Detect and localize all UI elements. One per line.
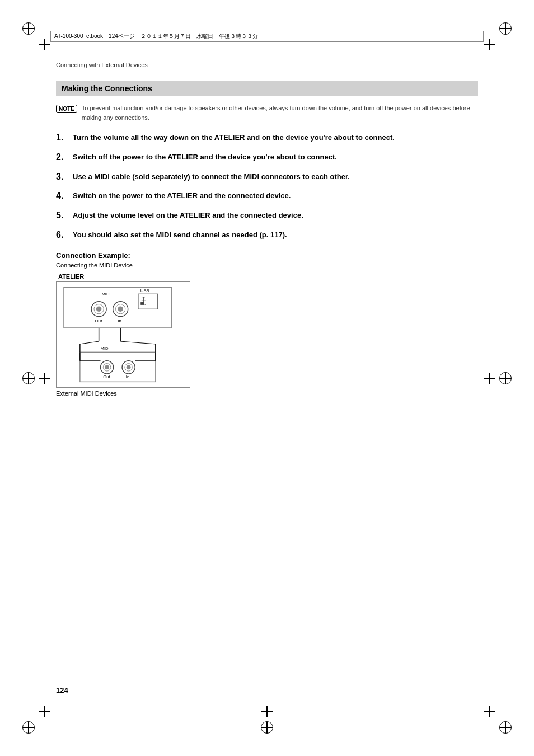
cross-bm (261, 706, 273, 717)
svg-text:MIDI: MIDI (101, 345, 110, 350)
svg-point-27 (127, 365, 131, 369)
reg-mark-rm (499, 372, 512, 384)
content-area: Connecting with External Devices Making … (56, 62, 478, 694)
cross-lm (39, 373, 50, 384)
step-6: 6. You should also set the MIDI send cha… (56, 229, 478, 241)
cross-br (484, 706, 495, 717)
step-3-number: 3. (56, 171, 73, 183)
cross-rm (484, 373, 495, 384)
connection-example-subtitle: Connecting the MIDI Device (56, 262, 478, 269)
step-4: 4. Switch on the power to the ATELIER an… (56, 190, 478, 202)
note-badge: NOTE (56, 105, 77, 113)
svg-line-31 (120, 341, 156, 344)
file-info-bar: AT-100-300_e.book 124ページ ２０１１年５月７日 水曜日 午… (50, 31, 484, 42)
step-6-text: You should also set the MIDI send channe… (73, 229, 287, 241)
svg-text:In: In (126, 374, 129, 379)
step-6-number: 6. (56, 229, 73, 241)
svg-text:In: In (118, 318, 121, 323)
reg-mark-br (499, 721, 512, 734)
step-1-text: Turn the volume all the way down on the … (73, 132, 395, 143)
svg-text:MIDI: MIDI (101, 292, 110, 297)
step-4-text: Switch on the power to the ATELIER and t… (73, 190, 291, 201)
svg-point-8 (118, 306, 123, 312)
svg-rect-20 (80, 352, 156, 382)
svg-text:USB: USB (140, 288, 149, 293)
svg-text:Out: Out (95, 318, 102, 323)
step-1: 1. Turn the volume all the way down on t… (56, 132, 478, 144)
step-2: 2. Switch off the power to the ATELIER a… (56, 152, 478, 163)
section-header: Connecting with External Devices (56, 62, 478, 68)
diagram-container: ATELIER MIDI Out In US (56, 273, 478, 397)
step-3: 3. Use a MIDI cable (sold separately) to… (56, 171, 478, 183)
page: AT-100-300_e.book 124ページ ２０１１年５月７日 水曜日 午… (0, 0, 534, 756)
step-5-text: Adjust the volume level on the ATELIER a… (73, 210, 303, 221)
section-title: Making the Connections (62, 84, 472, 93)
step-2-text: Switch off the power to the ATELIER and … (73, 152, 337, 163)
svg-line-29 (80, 341, 99, 344)
cross-bl (39, 706, 50, 717)
steps-list: 1. Turn the volume all the way down on t… (56, 132, 478, 241)
midi-connection-diagram: MIDI Out In USB ⬛ (56, 281, 190, 388)
atelier-label: ATELIER (58, 273, 478, 280)
svg-text:Out: Out (103, 374, 110, 379)
reg-mark-bl (22, 721, 35, 734)
step-3-text: Use a MIDI cable (sold separately) to co… (73, 171, 350, 182)
page-number: 124 (56, 686, 68, 694)
step-5: 5. Adjust the volume level on the ATELIE… (56, 210, 478, 222)
external-midi-label: External MIDI Devices (56, 390, 478, 397)
header-rule (56, 72, 478, 72)
cross-tl (39, 39, 50, 50)
connection-example-title: Connection Example: (56, 251, 478, 260)
svg-point-23 (105, 365, 109, 369)
step-4-number: 4. (56, 190, 73, 202)
step-1-number: 1. (56, 132, 73, 144)
reg-mark-tl (22, 22, 35, 35)
note-text: To prevent malfunction and/or damage to … (82, 104, 478, 122)
step-5-number: 5. (56, 210, 73, 222)
reg-mark-bc (261, 721, 273, 734)
cross-tr (484, 39, 495, 50)
svg-point-4 (96, 306, 102, 312)
file-info-text: AT-100-300_e.book 124ページ ２０１１年５月７日 水曜日 午… (54, 32, 258, 40)
section-title-box: Making the Connections (56, 81, 478, 96)
reg-mark-lm (22, 372, 35, 384)
note-container: NOTE To prevent malfunction and/or damag… (56, 104, 478, 122)
step-2-number: 2. (56, 152, 73, 163)
reg-mark-tr (499, 22, 512, 35)
svg-text:⬛: ⬛ (140, 301, 145, 306)
